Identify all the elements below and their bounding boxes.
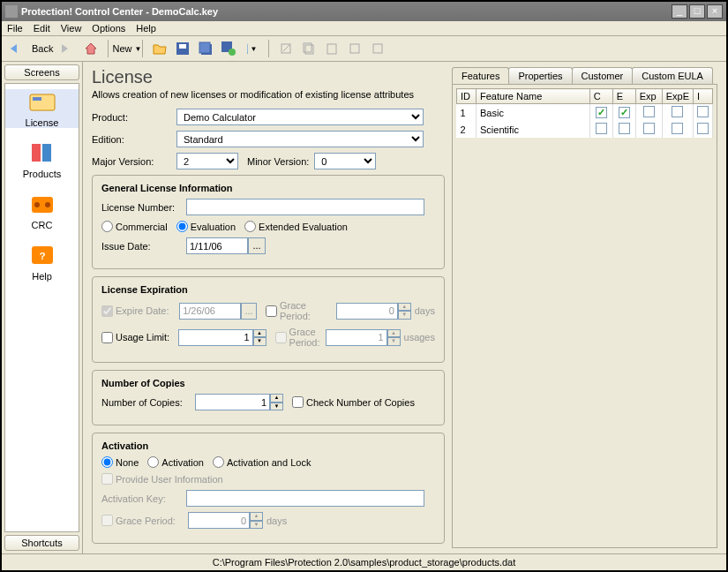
checkbox-icon[interactable] xyxy=(643,123,655,134)
forward-arrow-icon[interactable] xyxy=(58,39,78,58)
usage-limit-check[interactable] xyxy=(101,332,113,343)
major-version-select[interactable]: 2 xyxy=(176,153,238,169)
checkbox-icon[interactable]: ✓ xyxy=(619,107,630,118)
right-pane: Features Properties Customer Custom EULA… xyxy=(452,67,717,548)
product-select[interactable]: Demo Calculator xyxy=(176,109,424,125)
act-title: Activation xyxy=(101,440,435,451)
checkbox-icon[interactable] xyxy=(697,123,709,134)
sidebar-items: License Products CRC ? Help xyxy=(4,83,79,532)
act-grace-input xyxy=(188,512,250,529)
expire-date-picker[interactable]: ... xyxy=(241,303,257,320)
tab-properties[interactable]: Properties xyxy=(508,67,572,84)
copies-input[interactable] xyxy=(195,394,270,410)
evaluation-radio[interactable] xyxy=(176,221,188,232)
svg-rect-15 xyxy=(350,44,359,53)
minor-version-select[interactable]: 0 xyxy=(314,153,376,169)
page-heading: License xyxy=(92,67,445,87)
menu-file[interactable]: File xyxy=(7,23,23,34)
new-button[interactable]: New▼ xyxy=(116,39,135,58)
save-all-icon[interactable] xyxy=(196,39,215,58)
checkbox-icon[interactable] xyxy=(672,123,683,134)
edit-icon[interactable] xyxy=(276,39,296,58)
menu-options[interactable]: Options xyxy=(92,23,125,34)
checkbox-icon[interactable]: ✓ xyxy=(596,107,607,118)
issue-date-input[interactable] xyxy=(186,237,248,254)
menu-view[interactable]: View xyxy=(61,23,82,34)
menu-help[interactable]: Help xyxy=(136,23,156,34)
activation: Activation None Activation Activation an… xyxy=(92,433,445,544)
db-icon[interactable]: ▼ xyxy=(242,39,261,58)
activation-none-radio[interactable] xyxy=(101,456,113,468)
license-number-label: License Number: xyxy=(101,202,186,213)
app-icon xyxy=(5,5,18,18)
table-row[interactable]: 1Basic✓✓ xyxy=(457,104,713,122)
svg-rect-3 xyxy=(179,44,186,49)
back-button[interactable]: Back xyxy=(32,43,53,54)
sidebar-tab-shortcuts[interactable]: Shortcuts xyxy=(4,535,79,551)
sidebar-tab-screens[interactable]: Screens xyxy=(4,64,79,80)
minor-version-label: Minor Version: xyxy=(247,156,309,167)
paste-icon[interactable] xyxy=(322,39,341,58)
tab-customer[interactable]: Customer xyxy=(572,67,634,84)
crc-icon xyxy=(26,192,58,218)
license-number-input[interactable] xyxy=(186,199,424,215)
checkbox-icon[interactable] xyxy=(596,123,607,134)
usage-limit-input[interactable] xyxy=(178,329,253,346)
activation-lock-radio[interactable] xyxy=(213,456,224,468)
home-icon[interactable] xyxy=(81,39,101,58)
checkbox-icon[interactable] xyxy=(697,106,709,117)
license-icon xyxy=(26,89,58,116)
commercial-radio[interactable] xyxy=(101,221,113,232)
sidebar-item-license[interactable]: License xyxy=(5,89,79,128)
table-row[interactable]: 2Scientific xyxy=(457,121,713,138)
checkbox-icon[interactable] xyxy=(619,123,630,134)
features-table: ID Feature Name C E Exp ExpE I 1Basic✓✓2… xyxy=(456,88,713,138)
gli-title: General License Information xyxy=(101,183,435,193)
back-arrow-icon[interactable] xyxy=(7,39,26,58)
tabs: Features Properties Customer Custom EULA xyxy=(452,67,717,84)
expire-date-check xyxy=(101,305,113,317)
svg-rect-20 xyxy=(42,144,51,162)
grace-days-input[interactable] xyxy=(336,303,398,320)
provide-user-info-check xyxy=(101,473,113,485)
sidebar-item-products[interactable]: Products xyxy=(5,140,79,179)
misc2-icon[interactable] xyxy=(368,39,387,58)
menu-edit[interactable]: Edit xyxy=(34,23,50,34)
open-icon[interactable] xyxy=(150,39,169,58)
sidebar-label-license: License xyxy=(5,117,79,128)
svg-text:?: ? xyxy=(39,251,45,261)
extended-eval-radio[interactable] xyxy=(244,221,256,232)
edition-label: Edition: xyxy=(92,134,176,145)
edition-select[interactable]: Standard xyxy=(176,131,424,147)
maximize-button[interactable]: □ xyxy=(689,4,705,19)
issue-date-picker[interactable]: ... xyxy=(248,237,266,254)
major-version-label: Major Version: xyxy=(92,156,176,167)
svg-point-22 xyxy=(34,202,40,207)
license-expiration: License Expiration Expire Date: ... Grac… xyxy=(92,276,445,363)
act-grace-check xyxy=(101,515,113,526)
grace2-check xyxy=(275,332,287,343)
tab-body: ID Feature Name C E Exp ExpE I 1Basic✓✓2… xyxy=(452,84,717,548)
activation-radio[interactable] xyxy=(147,456,159,468)
checkbox-icon[interactable] xyxy=(672,106,683,117)
tab-features[interactable]: Features xyxy=(452,67,509,84)
checkbox-icon[interactable] xyxy=(643,106,655,117)
sidebar-item-crc[interactable]: CRC xyxy=(5,192,79,230)
svg-rect-14 xyxy=(327,44,336,54)
svg-rect-18 xyxy=(33,97,41,101)
minimize-button[interactable]: _ xyxy=(672,4,687,19)
tab-custom-eula[interactable]: Custom EULA xyxy=(632,67,713,84)
sidebar-item-help[interactable]: ? Help xyxy=(5,243,79,282)
menubar: File Edit View Options Help xyxy=(2,21,726,36)
exp-title: License Expiration xyxy=(101,284,435,295)
copy-icon[interactable] xyxy=(299,39,319,58)
check-copies[interactable] xyxy=(292,396,304,408)
close-button[interactable]: × xyxy=(707,4,723,19)
expire-date-input[interactable] xyxy=(179,303,241,320)
misc1-icon[interactable] xyxy=(345,39,364,58)
grace-check[interactable] xyxy=(266,305,277,317)
svg-rect-19 xyxy=(32,144,41,162)
sidebar: Screens License Products CRC ? Help xyxy=(2,62,83,553)
save-icon[interactable] xyxy=(173,39,192,58)
save-as-icon[interactable] xyxy=(219,39,238,58)
